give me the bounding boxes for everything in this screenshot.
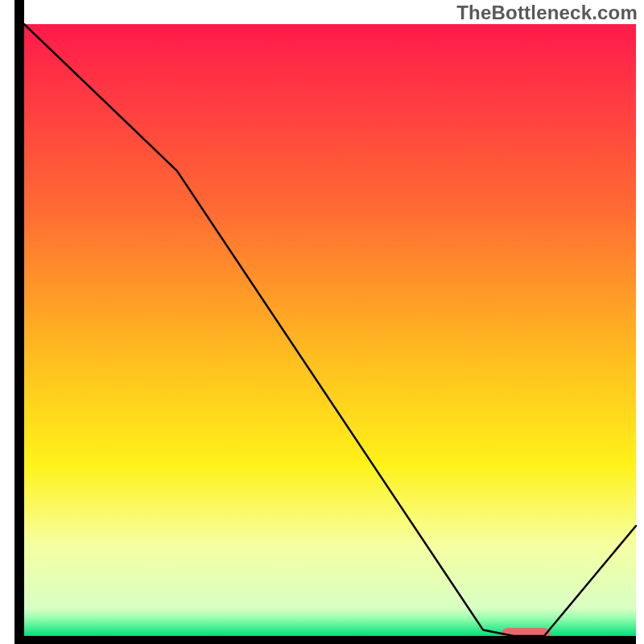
- axis-left: [14, 24, 24, 644]
- axis-bottom: [14, 636, 636, 644]
- gradient-background: [24, 24, 636, 636]
- watermark-label: TheBottleneck.com: [456, 2, 638, 24]
- bottleneck-chart: [0, 0, 644, 644]
- axis-left-extend: [14, 0, 24, 24]
- chart-container: TheBottleneck.com: [0, 0, 644, 644]
